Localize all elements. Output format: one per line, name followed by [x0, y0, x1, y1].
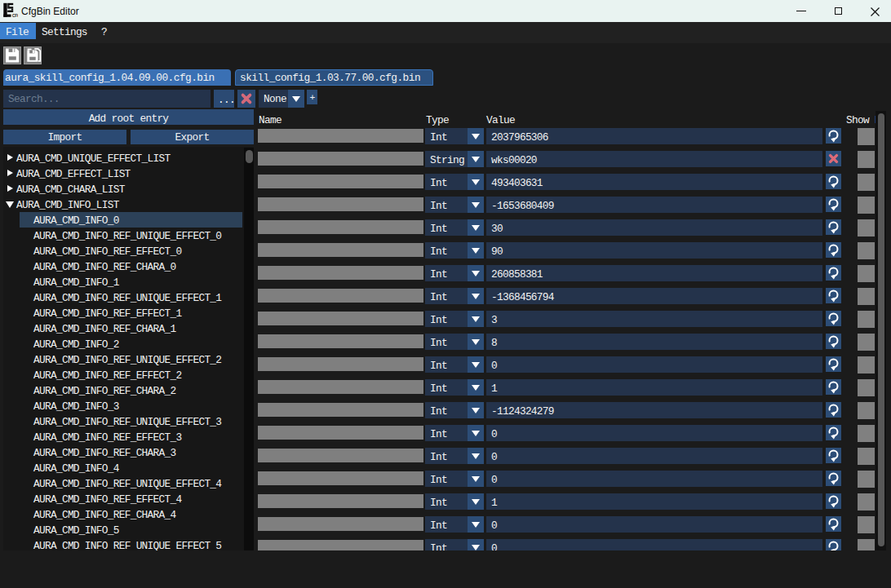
svg-text:CFG: CFG	[12, 14, 18, 18]
